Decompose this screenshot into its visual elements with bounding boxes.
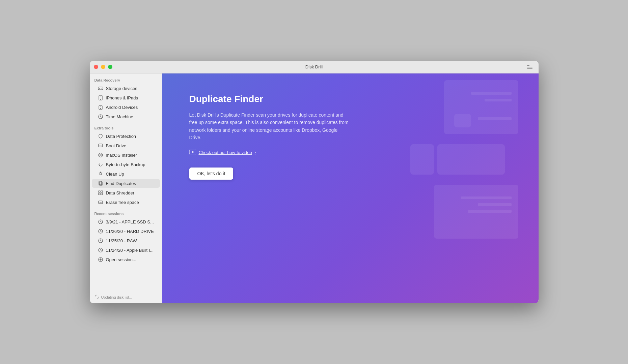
feature-description: Let Disk Drill's Duplicate Finder scan y… bbox=[189, 111, 351, 142]
macos-installer-label: macOS Installer bbox=[106, 153, 137, 158]
sidebar: Data Recovery Storage devices iPhones & … bbox=[90, 73, 162, 303]
sidebar-item-erase-free-space[interactable]: Erase free space bbox=[92, 198, 160, 207]
video-link[interactable]: Check out our how-to video › bbox=[189, 150, 351, 155]
iphones-ipads-label: iPhones & iPads bbox=[106, 95, 138, 100]
svg-rect-21 bbox=[99, 193, 100, 195]
clean-up-icon bbox=[98, 171, 103, 177]
find-duplicates-label: Find Duplicates bbox=[106, 181, 136, 186]
sidebar-item-session-1[interactable]: 3/9/21 - APPLE SSD S... bbox=[92, 217, 160, 226]
svg-point-4 bbox=[102, 88, 102, 89]
data-protection-label: Data Protection bbox=[106, 134, 136, 139]
android-icon bbox=[98, 104, 103, 110]
titlebar-actions bbox=[525, 64, 535, 70]
hdd-icon bbox=[98, 86, 103, 91]
svg-marker-34 bbox=[192, 151, 194, 153]
byte-backup-icon bbox=[98, 162, 103, 167]
sidebar-item-byte-backup[interactable]: Byte-to-byte Backup bbox=[92, 160, 160, 169]
loading-spinner-icon bbox=[94, 295, 99, 300]
boot-drive-icon bbox=[98, 143, 103, 148]
session-3-label: 11/25/20 - RAW bbox=[106, 238, 137, 243]
svg-rect-20 bbox=[101, 191, 103, 192]
sidebar-item-data-shredder[interactable]: Data Shredder bbox=[92, 188, 160, 197]
window-title: Disk Drill bbox=[305, 64, 323, 69]
svg-point-8 bbox=[100, 99, 101, 100]
main-panel: Duplicate Finder Let Disk Drill's Duplic… bbox=[162, 73, 539, 303]
data-shredder-label: Data Shredder bbox=[106, 190, 135, 195]
video-play-icon bbox=[189, 150, 196, 155]
deco-line-4 bbox=[461, 196, 512, 199]
main-layout: Data Recovery Storage devices iPhones & … bbox=[90, 73, 539, 303]
session-4-label: 11/24/20 - Apple Built I... bbox=[106, 248, 154, 253]
deco-line-2 bbox=[485, 99, 512, 101]
minimize-button[interactable] bbox=[101, 65, 105, 69]
erase-free-space-icon bbox=[98, 200, 103, 205]
video-link-label: Check out our how-to video bbox=[199, 150, 252, 155]
sidebar-item-macos-installer[interactable]: macOS Installer bbox=[92, 151, 160, 159]
sidebar-footer: Updating disk list... bbox=[90, 291, 162, 303]
clean-up-label: Clean Up bbox=[106, 172, 124, 177]
titlebar: Disk Drill bbox=[90, 61, 539, 73]
deco-card-4 bbox=[410, 144, 434, 175]
sidebar-item-clean-up[interactable]: Clean Up bbox=[92, 170, 160, 178]
erase-free-space-label: Erase free space bbox=[106, 200, 139, 205]
sidebar-item-boot-drive[interactable]: Boot Drive bbox=[92, 141, 160, 150]
session-icon-2 bbox=[98, 229, 103, 234]
session-1-label: 3/9/21 - APPLE SSD S... bbox=[106, 219, 154, 224]
chevron-right-icon: › bbox=[255, 150, 256, 155]
deco-line-6 bbox=[468, 210, 512, 213]
section-data-recovery: Data Recovery bbox=[90, 73, 162, 84]
feature-panel: Duplicate Finder Let Disk Drill's Duplic… bbox=[189, 94, 351, 180]
session-2-label: 11/26/20 - HARD DRIVE bbox=[106, 229, 154, 234]
deco-line-1 bbox=[471, 92, 512, 95]
time-machine-icon bbox=[98, 114, 103, 119]
cta-button[interactable]: OK, let's do it bbox=[189, 168, 234, 180]
storage-devices-label: Storage devices bbox=[106, 86, 137, 91]
section-recent-sessions: Recent sessions bbox=[90, 207, 162, 217]
byte-backup-label: Byte-to-byte Backup bbox=[106, 162, 145, 167]
svg-rect-2 bbox=[527, 68, 533, 69]
svg-rect-0 bbox=[527, 65, 529, 66]
traffic-lights bbox=[94, 65, 112, 69]
boot-drive-label: Boot Drive bbox=[106, 143, 127, 148]
session-icon-1 bbox=[98, 219, 103, 224]
svg-rect-22 bbox=[101, 193, 103, 195]
app-window: Disk Drill Data Recovery Storage devices bbox=[90, 61, 539, 303]
session-icon-4 bbox=[98, 247, 103, 253]
deco-card-3 bbox=[437, 144, 505, 175]
sidebar-item-find-duplicates[interactable]: Find Duplicates bbox=[92, 179, 160, 188]
svg-point-15 bbox=[102, 146, 102, 147]
shield-icon bbox=[98, 133, 103, 139]
sidebar-item-storage-devices[interactable]: Storage devices bbox=[92, 84, 160, 93]
sidebar-item-session-3[interactable]: 11/25/20 - RAW bbox=[92, 236, 160, 245]
sidebar-item-android-devices[interactable]: Android Devices bbox=[92, 103, 160, 112]
sidebar-item-iphones-ipads[interactable]: iPhones & iPads bbox=[92, 93, 160, 102]
sidebar-item-session-4[interactable]: 11/24/20 - Apple Built I... bbox=[92, 246, 160, 254]
sidebar-item-data-protection[interactable]: Data Protection bbox=[92, 132, 160, 141]
sidebar-item-time-machine[interactable]: Time Machine bbox=[92, 112, 160, 121]
maximize-button[interactable] bbox=[108, 65, 112, 69]
deco-line-3 bbox=[478, 117, 512, 120]
svg-rect-19 bbox=[99, 191, 100, 192]
time-machine-label: Time Machine bbox=[106, 114, 133, 119]
status-text: Updating disk list... bbox=[101, 295, 132, 299]
find-duplicates-icon bbox=[98, 181, 103, 186]
open-session-label: Open session... bbox=[106, 257, 136, 262]
section-extra-tools: Extra tools bbox=[90, 121, 162, 131]
svg-rect-1 bbox=[527, 67, 533, 67]
close-button[interactable] bbox=[94, 65, 98, 69]
data-shredder-icon bbox=[98, 190, 103, 195]
deco-line-5 bbox=[478, 203, 512, 206]
sidebar-toggle-button[interactable] bbox=[525, 64, 535, 70]
deco-card-2 bbox=[454, 114, 471, 127]
android-devices-label: Android Devices bbox=[106, 105, 138, 110]
sidebar-item-open-session[interactable]: Open session... bbox=[92, 255, 160, 264]
feature-title: Duplicate Finder bbox=[189, 94, 351, 104]
sidebar-item-session-2[interactable]: 11/26/20 - HARD DRIVE bbox=[92, 227, 160, 236]
session-icon-3 bbox=[98, 238, 103, 243]
background-decorations bbox=[370, 73, 539, 303]
macos-installer-icon bbox=[98, 152, 103, 158]
open-session-icon bbox=[98, 257, 103, 262]
iphone-icon bbox=[98, 95, 103, 100]
svg-point-11 bbox=[100, 108, 101, 109]
svg-point-32 bbox=[95, 295, 99, 299]
